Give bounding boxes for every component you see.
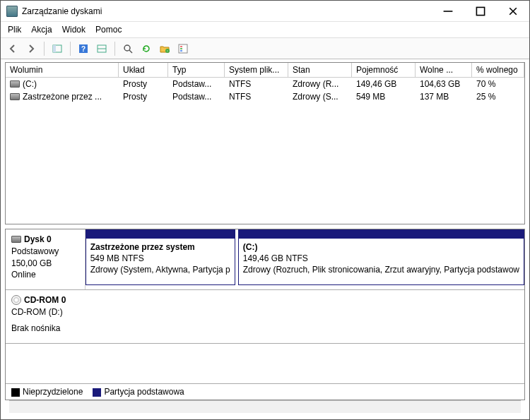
partition[interactable]: (C:) 149,46 GB NTFS Zdrowy (Rozruch, Pli… [238, 229, 524, 285]
minimize-icon [442, 6, 454, 17]
col-volume[interactable]: Wolumin [6, 63, 119, 77]
volume-name: Zastrzeżone przez ... [23, 92, 102, 102]
cdrom-state: Brak nośnika [11, 323, 90, 335]
partition-header-bar [238, 229, 524, 238]
svg-text:?: ? [81, 45, 86, 53]
panel-icon [52, 43, 63, 54]
col-pct[interactable]: % wolnego [472, 63, 524, 77]
app-icon [6, 6, 18, 17]
volume-status: Zdrowy (R... [288, 78, 352, 90]
legend-unallocated: Nieprzydzielone [11, 387, 83, 397]
back-icon [7, 43, 18, 54]
menu-file[interactable]: Plik [8, 25, 21, 35]
partition-status: Zdrowy (Rozruch, Plik stronicowania, Zrz… [243, 264, 519, 275]
disk-row: Dysk 0 Podstawowy 150,00 GB Online Zastr… [6, 229, 524, 290]
graphical-view: Dysk 0 Podstawowy 150,00 GB Online Zastr… [5, 229, 525, 400]
partitions: Zastrzeżone przez system 549 MB NTFS Zdr… [86, 229, 524, 289]
toolbar-separator [70, 42, 71, 56]
minimize-button[interactable] [432, 1, 464, 22]
col-type[interactable]: Typ [168, 63, 225, 77]
svg-rect-2 [53, 45, 56, 52]
svg-rect-11 [179, 44, 187, 53]
menu-view[interactable]: Widok [62, 25, 86, 35]
volume-name: (C:) [23, 79, 37, 89]
partition[interactable]: Zastrzeżone przez system 549 MB NTFS Zdr… [86, 229, 235, 285]
svg-rect-14 [180, 50, 182, 52]
volume-icon [10, 93, 20, 100]
menu-action[interactable]: Akcja [31, 25, 52, 35]
col-status[interactable]: Stan [288, 63, 352, 77]
volume-row[interactable]: Zastrzeżone przez ... Prosty Podstaw... … [6, 90, 524, 103]
cdrom-info[interactable]: CD-ROM 0 CD-ROM (D:) Brak nośnika [6, 290, 96, 343]
svg-line-8 [129, 50, 132, 53]
layout-icon [96, 43, 107, 54]
svg-rect-13 [180, 48, 182, 49]
volume-fs: NTFS [225, 78, 288, 90]
volume-row[interactable]: (C:) Prosty Podstaw... NTFS Zdrowy (R...… [6, 78, 524, 90]
col-free[interactable]: Wolne ... [416, 63, 472, 77]
show-hide-button[interactable] [49, 41, 65, 56]
status-bar [9, 400, 521, 413]
svg-text:↑: ↑ [167, 49, 169, 53]
close-icon [507, 6, 519, 17]
partition-name: Zastrzeżone przez system [90, 241, 230, 253]
disk-info[interactable]: Dysk 0 Podstawowy 150,00 GB Online [6, 229, 86, 289]
volume-pct: 25 % [472, 90, 524, 103]
legend: Nieprzydzielone Partycja podstawowa [6, 383, 524, 400]
help-icon: ? [78, 43, 89, 54]
properties-button[interactable] [175, 41, 191, 56]
volume-fs: NTFS [225, 90, 288, 103]
cdrom-icon [11, 295, 21, 305]
volume-list-header: Wolumin Układ Typ System plik... Stan Po… [6, 63, 524, 78]
volume-free: 137 MB [416, 90, 472, 103]
back-button[interactable] [5, 41, 20, 56]
disk-state: Online [11, 269, 79, 281]
volume-type: Podstaw... [168, 78, 225, 90]
window-controls [432, 1, 529, 22]
swatch-navy [93, 388, 101, 397]
volume-list[interactable]: Wolumin Układ Typ System plik... Stan Po… [5, 62, 525, 224]
layout-button[interactable] [94, 41, 110, 56]
maximize-icon [475, 6, 486, 17]
svg-rect-12 [180, 46, 182, 47]
volume-layout: Prosty [119, 90, 168, 103]
content-area: Wolumin Układ Typ System plik... Stan Po… [1, 59, 529, 416]
help-button[interactable]: ? [76, 41, 91, 56]
volume-type: Podstaw... [168, 90, 225, 103]
forward-icon [25, 43, 37, 54]
volume-capacity: 149,46 GB [352, 78, 416, 90]
toolbar-separator [44, 42, 45, 56]
svg-rect-0 [476, 7, 484, 15]
disk-icon [11, 236, 21, 243]
menu-help[interactable]: Pomoc [95, 25, 122, 35]
swatch-black [11, 388, 20, 397]
close-button[interactable] [497, 1, 529, 22]
folder-button[interactable]: ↑ [157, 41, 172, 56]
disk-size: 150,00 GB [11, 258, 79, 270]
cdrom-name: CD-ROM 0 [24, 294, 66, 306]
refresh-icon [141, 43, 152, 54]
toolbar-separator [114, 42, 115, 56]
partition-status: Zdrowy (System, Aktywna, Partycja p [90, 264, 230, 275]
forward-button[interactable] [23, 41, 39, 56]
find-button[interactable] [120, 41, 136, 56]
partition-header-bar [86, 229, 235, 238]
svg-point-7 [124, 45, 130, 51]
partition-info: 549 MB NTFS [90, 253, 230, 264]
menu-bar: Plik Akcja Widok Pomoc [1, 22, 529, 38]
window-title: Zarządzanie dyskami [22, 6, 432, 16]
maximize-button[interactable] [464, 1, 497, 22]
col-layout[interactable]: Układ [119, 63, 168, 77]
properties-icon [177, 43, 189, 54]
disk-type: Podstawowy [11, 246, 79, 258]
refresh-button[interactable] [139, 41, 154, 56]
disk-name: Dysk 0 [24, 234, 52, 246]
volume-layout: Prosty [119, 78, 168, 90]
folder-icon: ↑ [159, 43, 170, 54]
volume-capacity: 549 MB [352, 90, 416, 103]
cdrom-drive: CD-ROM (D:) [11, 306, 90, 318]
col-capacity[interactable]: Pojemność [352, 63, 416, 77]
col-fs[interactable]: System plik... [225, 63, 288, 77]
partition-info: 149,46 GB NTFS [243, 253, 519, 264]
cdrom-row: CD-ROM 0 CD-ROM (D:) Brak nośnika [6, 290, 524, 344]
